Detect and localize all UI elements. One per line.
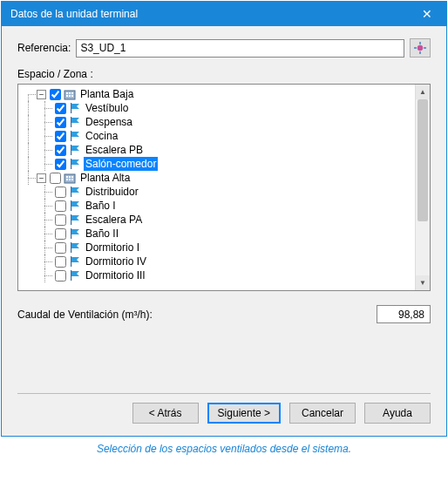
- item-label[interactable]: Cocina: [84, 129, 119, 143]
- scroll-track[interactable]: [416, 99, 430, 275]
- zone-section-label: Espacio / Zona :: [17, 68, 431, 80]
- item-checkbox[interactable]: [55, 242, 66, 254]
- svg-point-0: [417, 45, 423, 51]
- group-label[interactable]: Planta Baja: [78, 87, 135, 101]
- scroll-thumb[interactable]: [417, 99, 428, 221]
- titlebar: Datos de la unidad terminal ✕: [2, 2, 446, 26]
- item-label[interactable]: Baño I: [84, 199, 118, 213]
- tree-item-row[interactable]: Dormitorio III: [20, 268, 428, 282]
- item-checkbox[interactable]: [55, 117, 66, 128]
- tree-item-row[interactable]: Despensa: [20, 115, 428, 129]
- svg-rect-22: [69, 179, 71, 180]
- item-checkbox[interactable]: [55, 145, 66, 156]
- item-label[interactable]: Dormitorio III: [84, 268, 147, 282]
- item-label[interactable]: Escalera PA: [84, 213, 144, 227]
- item-checkbox[interactable]: [55, 256, 66, 268]
- tree-item-row[interactable]: Escalera PA: [20, 213, 428, 227]
- tree-group-row[interactable]: −Planta Alta: [20, 171, 428, 185]
- next-button[interactable]: Siguiente >: [207, 403, 281, 424]
- item-checkbox[interactable]: [55, 228, 66, 240]
- building-icon: [63, 172, 77, 184]
- help-button[interactable]: Ayuda: [364, 403, 431, 424]
- flag-icon: [68, 227, 82, 240]
- tree-body: −Planta BajaVestíbuloDespensaCocinaEscal…: [18, 85, 430, 285]
- reference-label: Referencia:: [17, 42, 71, 54]
- tree-item-row[interactable]: Escalera PB: [20, 143, 428, 157]
- item-label[interactable]: Baño II: [84, 227, 120, 241]
- flag-icon: [68, 130, 82, 142]
- divider: [17, 393, 431, 394]
- item-label[interactable]: Dormitorio I: [84, 241, 141, 254]
- ventilation-input[interactable]: [377, 305, 431, 323]
- reference-action-button[interactable]: [410, 38, 431, 58]
- cancel-button[interactable]: Cancelar: [289, 403, 356, 424]
- svg-rect-9: [66, 95, 68, 97]
- svg-rect-21: [66, 179, 68, 180]
- tree-item-row[interactable]: Dormitorio IV: [20, 254, 428, 268]
- item-label[interactable]: Escalera PB: [84, 143, 145, 157]
- titlebar-title: Datos de la unidad terminal: [10, 8, 408, 20]
- flag-icon: [68, 214, 82, 226]
- item-checkbox[interactable]: [55, 103, 66, 114]
- flag-icon: [68, 116, 82, 128]
- svg-rect-18: [66, 176, 68, 178]
- tree-group-row[interactable]: −Planta Baja: [20, 87, 428, 101]
- item-checkbox[interactable]: [55, 200, 66, 212]
- reference-row: Referencia:: [17, 38, 431, 58]
- item-checkbox[interactable]: [55, 159, 66, 170]
- item-label[interactable]: Dormitorio IV: [84, 254, 148, 268]
- group-checkbox[interactable]: [50, 89, 61, 100]
- item-checkbox[interactable]: [55, 187, 66, 198]
- item-label[interactable]: Vestíbulo: [84, 101, 130, 115]
- tree-item-row[interactable]: Salón-comedor: [20, 157, 428, 171]
- group-checkbox[interactable]: [50, 173, 61, 184]
- expander-icon[interactable]: −: [37, 173, 46, 183]
- close-icon: ✕: [422, 7, 432, 21]
- svg-rect-6: [66, 92, 68, 94]
- tree-item-row[interactable]: Baño I: [20, 199, 428, 213]
- group-label[interactable]: Planta Alta: [78, 171, 132, 185]
- svg-rect-1: [419, 42, 420, 44]
- button-row: < Atrás Siguiente > Cancelar Ayuda: [17, 403, 431, 427]
- flag-icon: [68, 144, 82, 156]
- figure-caption: Selección de los espacios ventilados des…: [0, 438, 448, 458]
- dialog-window: Datos de la unidad terminal ✕ Referencia…: [1, 1, 447, 437]
- svg-rect-4: [424, 47, 426, 48]
- tree-scrollbar[interactable]: ▲ ▼: [415, 85, 430, 290]
- ventilation-row: Caudal de Ventilación (m³/h):: [17, 305, 431, 323]
- item-label[interactable]: Distribuidor: [84, 185, 140, 199]
- tree-item-row[interactable]: Cocina: [20, 129, 428, 143]
- tree-item-row[interactable]: Vestíbulo: [20, 101, 428, 115]
- item-checkbox[interactable]: [55, 270, 66, 282]
- item-checkbox[interactable]: [55, 214, 66, 226]
- flag-icon: [68, 186, 82, 198]
- item-checkbox[interactable]: [55, 131, 66, 142]
- item-label[interactable]: Salón-comedor: [84, 157, 158, 171]
- tree-item-row[interactable]: Baño II: [20, 227, 428, 241]
- dialog-content: Referencia: Espacio / Zona : −Planta Baj…: [2, 26, 446, 436]
- flag-icon: [68, 158, 82, 170]
- flag-icon: [68, 255, 82, 268]
- scroll-up-button[interactable]: ▲: [416, 85, 430, 99]
- ventilation-label: Caudal de Ventilación (m³/h):: [17, 309, 377, 321]
- reference-input[interactable]: [76, 39, 404, 58]
- svg-rect-3: [414, 47, 417, 48]
- chevron-up-icon: ▲: [419, 88, 426, 96]
- scroll-down-button[interactable]: ▼: [416, 275, 430, 290]
- expander-icon[interactable]: −: [37, 90, 46, 99]
- close-button[interactable]: ✕: [408, 2, 446, 26]
- tree-item-row[interactable]: Distribuidor: [20, 185, 428, 199]
- flag-icon: [68, 269, 82, 282]
- item-label[interactable]: Despensa: [84, 115, 134, 129]
- flag-icon: [68, 102, 82, 114]
- svg-rect-20: [71, 176, 73, 178]
- svg-rect-2: [419, 51, 420, 54]
- flag-icon: [68, 200, 82, 212]
- tree-item-row[interactable]: Dormitorio I: [20, 241, 428, 254]
- svg-rect-8: [71, 92, 73, 94]
- chevron-down-icon: ▼: [419, 279, 426, 287]
- svg-rect-11: [71, 95, 73, 97]
- svg-rect-7: [69, 92, 71, 94]
- back-button[interactable]: < Atrás: [132, 403, 199, 424]
- zone-tree: −Planta BajaVestíbuloDespensaCocinaEscal…: [17, 84, 431, 291]
